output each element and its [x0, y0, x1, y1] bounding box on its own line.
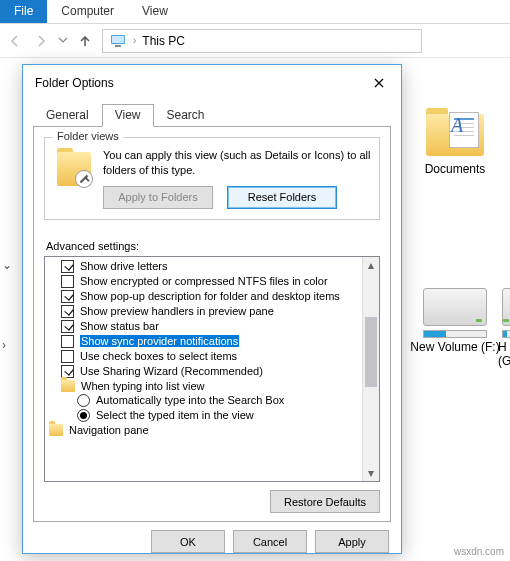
tab-panel-view: Folder views You can apply this view (su… [33, 126, 391, 522]
drive-label: (G [498, 354, 510, 368]
folder-icon [49, 424, 63, 436]
dialog-tabs: General View Search [23, 103, 401, 126]
svg-rect-2 [115, 45, 121, 47]
tree-expand-icon[interactable]: › [2, 338, 6, 352]
opt-label: Show drive letters [80, 260, 167, 272]
opt-label: Show sync provider notifications [80, 335, 239, 347]
opt-label: When typing into list view [81, 380, 205, 392]
advanced-settings-label: Advanced settings: [46, 240, 380, 252]
drive-f[interactable]: New Volume (F:) [410, 288, 500, 354]
scrollbar[interactable]: ▴ ▾ [362, 257, 379, 481]
opt-navigation-pane: Navigation pane [47, 423, 377, 437]
checkbox-icon[interactable] [61, 350, 74, 363]
opt-label: Navigation pane [69, 424, 149, 436]
svg-rect-1 [112, 36, 124, 43]
drive-label: H [498, 340, 510, 354]
opt-show-encrypted-color[interactable]: Show encrypted or compressed NTFS files … [47, 274, 377, 289]
opt-show-sync-notifications[interactable]: Show sync provider notifications [47, 334, 377, 349]
opt-show-preview-handlers[interactable]: Show preview handlers in preview pane [47, 304, 377, 319]
folder-label: Documents [410, 162, 500, 176]
restore-defaults-button[interactable]: Restore Defaults [270, 490, 380, 513]
radio-icon[interactable] [77, 394, 90, 407]
tab-view[interactable]: View [128, 0, 182, 23]
opt-show-status-bar[interactable]: Show status bar [47, 319, 377, 334]
cancel-button[interactable]: Cancel [233, 530, 307, 553]
opt-label: Select the typed item in the view [96, 409, 254, 421]
tab-computer[interactable]: Computer [47, 0, 128, 23]
reset-folders-button[interactable]: Reset Folders [227, 186, 337, 209]
apply-button[interactable]: Apply [315, 530, 389, 553]
opt-label: Use check boxes to select items [80, 350, 237, 362]
radio-icon[interactable] [77, 409, 90, 422]
dialog-title: Folder Options [35, 76, 114, 90]
opt-label: Automatically type into the Search Box [96, 394, 284, 406]
watermark: wsxdn.com [454, 546, 504, 557]
recent-locations-icon[interactable] [58, 34, 68, 48]
titlebar: Folder Options [23, 65, 401, 99]
folder-options-dialog: Folder Options General View Search Folde… [22, 64, 402, 554]
opt-label: Show encrypted or compressed NTFS files … [80, 275, 328, 287]
checkbox-icon[interactable] [61, 365, 74, 378]
forward-icon[interactable] [32, 32, 50, 50]
dialog-buttons: OK Cancel Apply [23, 530, 401, 561]
tab-search[interactable]: Search [154, 104, 218, 127]
breadcrumb-sep-icon: › [133, 35, 136, 46]
drive-icon [423, 288, 487, 326]
ok-button[interactable]: OK [151, 530, 225, 553]
ribbon: File Computer View [0, 0, 510, 24]
group-legend: Folder views [53, 130, 123, 142]
apply-to-folders-button: Apply to Folders [103, 186, 213, 209]
checkbox-icon[interactable] [61, 275, 74, 288]
checkbox-icon[interactable] [61, 290, 74, 303]
up-icon[interactable] [76, 32, 94, 50]
tree-expand-icon[interactable]: ⌄ [2, 258, 12, 272]
checkbox-icon[interactable] [61, 260, 74, 273]
scroll-up-icon[interactable]: ▴ [363, 257, 379, 274]
advanced-settings-list[interactable]: Show drive letters Show encrypted or com… [44, 256, 380, 482]
address-bar[interactable]: › This PC [102, 29, 422, 53]
folder-documents[interactable]: A Documents [410, 108, 500, 176]
opt-label: Show preview handlers in preview pane [80, 305, 274, 317]
opt-show-drive-letters[interactable]: Show drive letters [47, 259, 377, 274]
drive-icon [502, 288, 510, 326]
tab-file[interactable]: File [0, 0, 47, 23]
opt-typing-header: When typing into list view [47, 379, 377, 393]
opt-show-popup-desc[interactable]: Show pop-up description for folder and d… [47, 289, 377, 304]
checkbox-icon[interactable] [61, 305, 74, 318]
checkbox-icon[interactable] [61, 320, 74, 333]
folder-views-text: You can apply this view (such as Details… [103, 148, 371, 178]
opt-use-sharing-wizard[interactable]: Use Sharing Wizard (Recommended) [47, 364, 377, 379]
tab-view[interactable]: View [102, 104, 154, 127]
opt-use-checkboxes[interactable]: Use check boxes to select items [47, 349, 377, 364]
folder-views-group: Folder views You can apply this view (su… [44, 137, 380, 220]
opt-label: Show pop-up description for folder and d… [80, 290, 340, 302]
breadcrumb[interactable]: This PC [142, 34, 185, 48]
opt-label: Use Sharing Wizard (Recommended) [80, 365, 263, 377]
opt-select-typed-item[interactable]: Select the typed item in the view [47, 408, 377, 423]
drive-g[interactable]: H (G [498, 288, 510, 368]
drive-label: New Volume (F:) [410, 340, 500, 354]
scroll-thumb[interactable] [365, 317, 377, 387]
checkbox-icon[interactable] [61, 335, 74, 348]
drive-usage-bar [502, 330, 510, 338]
drive-usage-bar [423, 330, 487, 338]
back-icon[interactable] [6, 32, 24, 50]
tab-general[interactable]: General [33, 104, 102, 127]
folder-icon [61, 380, 75, 392]
opt-label: Show status bar [80, 320, 159, 332]
scroll-down-icon[interactable]: ▾ [363, 464, 379, 481]
opt-auto-type-search[interactable]: Automatically type into the Search Box [47, 393, 377, 408]
close-icon[interactable] [365, 73, 393, 93]
pc-icon [109, 32, 127, 50]
nav-bar: › This PC [0, 24, 510, 58]
folder-views-icon [53, 148, 95, 190]
